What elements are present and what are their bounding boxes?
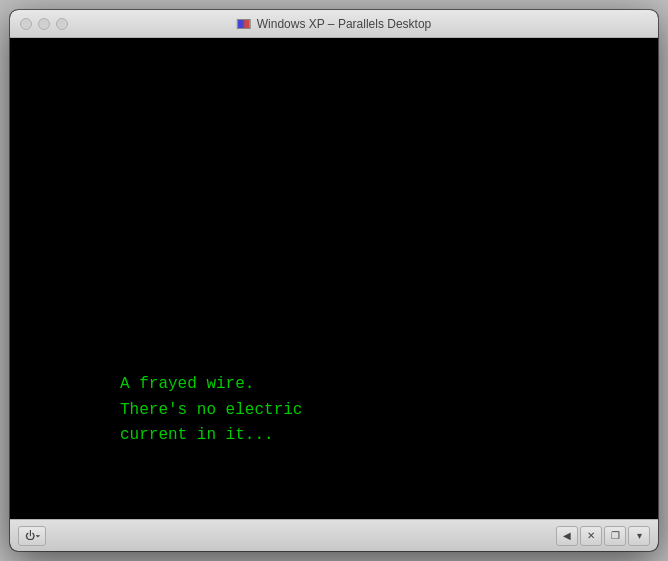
terminal-line-2: There's no electric <box>120 398 548 424</box>
terminal-line-1: A frayed wire. <box>120 372 548 398</box>
statusbar: ⏻▾ ◀ ✕ ❐ ▾ <box>10 519 658 551</box>
traffic-lights <box>20 18 68 30</box>
statusbar-right: ◀ ✕ ❐ ▾ <box>556 526 650 546</box>
terminal-line-3: current in it... <box>120 423 548 449</box>
power-button[interactable]: ⏻▾ <box>18 526 46 546</box>
restore-icon: ❐ <box>611 530 620 541</box>
parallels-window: Windows XP – Parallels Desktop A frayed … <box>10 10 658 551</box>
left-arrow-icon: ◀ <box>563 530 571 541</box>
restore-button[interactable]: ❐ <box>604 526 626 546</box>
statusbar-left: ⏻▾ <box>18 526 46 546</box>
power-icon: ⏻▾ <box>25 530 40 541</box>
window-title-area: Windows XP – Parallels Desktop <box>237 17 432 31</box>
terminal-output: A frayed wire. There's no electric curre… <box>10 372 658 459</box>
close-vm-button[interactable]: ✕ <box>580 526 602 546</box>
close-vm-icon: ✕ <box>587 530 595 541</box>
close-button[interactable] <box>20 18 32 30</box>
left-arrow-button[interactable]: ◀ <box>556 526 578 546</box>
minimize-button[interactable] <box>38 18 50 30</box>
dropdown-icon: ▾ <box>637 530 642 541</box>
parallels-icon <box>237 19 251 29</box>
maximize-button[interactable] <box>56 18 68 30</box>
terminal-content: A frayed wire. There's no electric curre… <box>10 38 658 519</box>
window-title: Windows XP – Parallels Desktop <box>257 17 432 31</box>
dropdown-button[interactable]: ▾ <box>628 526 650 546</box>
titlebar: Windows XP – Parallels Desktop <box>10 10 658 38</box>
